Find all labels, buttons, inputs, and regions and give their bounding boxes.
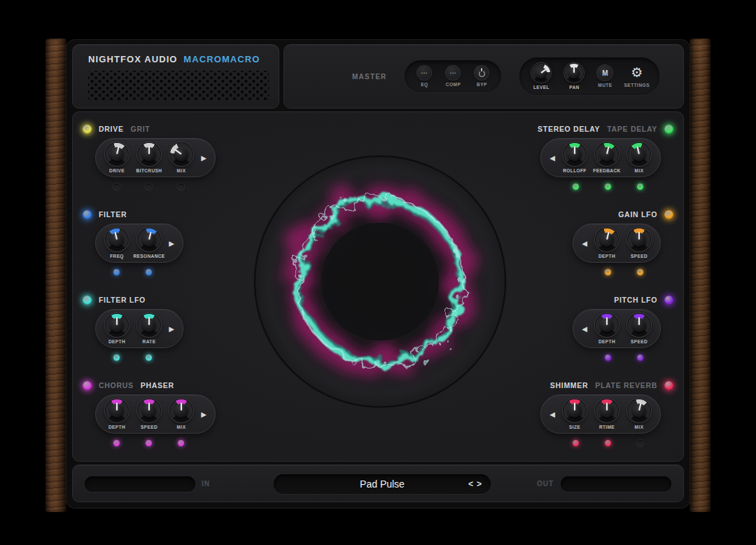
tab-filter-lfo[interactable]: FILTER LFO (99, 296, 146, 304)
mod-dot (637, 440, 643, 446)
bypass-button[interactable]: BYP (472, 66, 491, 87)
mod-dot (146, 440, 152, 446)
gain-lfo-depth-knob[interactable]: DEPTH (593, 228, 621, 258)
module-filter-lfo: FILTER LFO DEPTH RATE ▶ (81, 295, 183, 361)
power-icon (475, 66, 489, 80)
module-shimmer-reverb: SHIMMER PLATE REVERB ◀ SIZE RTIME (540, 380, 675, 446)
bitcrush-knob[interactable]: BITCRUSH (135, 142, 163, 173)
filter-power-led[interactable] (83, 210, 92, 219)
filter-knob-panel: FREQ RESONANCE ▶ (95, 223, 183, 263)
expand-left-icon[interactable]: ◀ (580, 240, 589, 247)
mod-dot (637, 354, 643, 361)
expand-right-icon[interactable]: ▶ (200, 411, 208, 418)
drive-mix-knob[interactable]: MIX (167, 142, 195, 173)
preset-next-button[interactable]: > (477, 480, 482, 488)
drive-mod-dots (95, 184, 202, 190)
tab-grit[interactable]: GRIT (131, 125, 150, 133)
filter-lfo-power-led[interactable] (83, 296, 92, 305)
orbit-visualizer[interactable] (246, 147, 514, 416)
gain-lfo-knob-panel: ◀ DEPTH SPEED (573, 223, 661, 263)
chorus-mod-dots (95, 440, 202, 446)
tab-gain-lfo[interactable]: GAIN LFO (618, 210, 657, 219)
delay-mix-knob[interactable]: MIX (625, 142, 653, 173)
preset-name: Pad Pulse (360, 478, 405, 490)
module-chorus-header: CHORUS PHASER (83, 380, 174, 390)
mod-dot (113, 354, 120, 361)
shimmer-power-led[interactable] (664, 381, 673, 390)
tab-drive[interactable]: DRIVE (99, 125, 124, 133)
filter-mod-dots (95, 269, 169, 275)
drive-power-led[interactable] (83, 125, 92, 134)
comp-button[interactable]: ••• COMP (443, 66, 463, 87)
gain-lfo-speed-knob[interactable]: SPEED (625, 228, 653, 258)
preset-prev-button[interactable]: < (468, 480, 473, 488)
master-knob-cluster: LEVEL PAN M MUTE ⚙ SETTINGS (519, 57, 659, 95)
mod-dot (605, 354, 611, 361)
settings-button[interactable]: ⚙ SETTINGS (624, 65, 650, 88)
chorus-speed-knob[interactable]: SPEED (135, 399, 163, 429)
rtime-knob[interactable]: RTIME (593, 399, 621, 429)
gain-lfo-mod-dots (587, 269, 661, 275)
expand-left-icon[interactable]: ◀ (548, 154, 556, 162)
tab-chorus[interactable]: CHORUS (99, 381, 134, 389)
tab-tape-delay[interactable]: TAPE DELAY (607, 125, 657, 133)
eq-button[interactable]: ••• EQ (414, 66, 434, 87)
pitch-lfo-depth-knob[interactable]: DEPTH (593, 313, 621, 344)
module-stereo-delay: STEREO DELAY TAPE DELAY ◀ ROLLOFF FEEDBA… (538, 124, 675, 190)
chorus-depth-knob[interactable]: DEPTH (103, 399, 131, 429)
product-name: MACROMACRO (183, 54, 260, 64)
delay-knob-panel: ◀ ROLLOFF FEEDBACK MIX (540, 138, 661, 177)
in-label: IN (202, 480, 210, 488)
shimmer-mix-knob[interactable]: MIX (625, 399, 653, 429)
mod-dot (146, 269, 152, 275)
preset-arrows: < > (468, 480, 482, 488)
expand-right-icon[interactable]: ▶ (167, 240, 176, 247)
filter-lfo-rate-knob[interactable]: RATE (135, 313, 163, 344)
master-label: MASTER (352, 73, 386, 81)
level-knob[interactable]: LEVEL (529, 63, 553, 90)
delay-power-led[interactable] (664, 125, 673, 134)
tab-phaser[interactable]: PHASER (141, 381, 174, 389)
expand-left-icon[interactable]: ◀ (548, 411, 556, 418)
mod-dot (637, 184, 643, 190)
size-knob[interactable]: SIZE (561, 399, 589, 429)
plugin-window: NIGHTFOX AUDIO MACROMACRO MASTER ••• EQ … (0, 0, 756, 545)
rolloff-knob[interactable]: ROLLOFF (561, 142, 589, 173)
expand-right-icon[interactable]: ▶ (200, 154, 208, 162)
module-pitch-lfo-header: PITCH LFO (614, 295, 673, 305)
module-area: DRIVE GRIT DRIVE BITCRUSH MIX (72, 111, 684, 462)
pitch-lfo-power-led[interactable] (664, 296, 673, 305)
io-bar: IN Pad Pulse < > OUT (72, 464, 684, 502)
mod-dot (605, 440, 611, 446)
filter-lfo-depth-knob[interactable]: DEPTH (103, 313, 131, 344)
freq-knob[interactable]: FREQ (103, 228, 131, 258)
mod-dot (637, 269, 643, 275)
mod-dot (178, 440, 184, 446)
module-filter-lfo-header: FILTER LFO (83, 295, 146, 305)
pan-knob[interactable]: PAN (562, 63, 586, 90)
pitch-lfo-mod-dots (587, 354, 661, 361)
preset-selector[interactable]: Pad Pulse < > (274, 474, 491, 494)
filter-lfo-mod-dots (95, 354, 169, 361)
speaker-grille (88, 71, 269, 100)
resonance-knob[interactable]: RESONANCE (135, 228, 163, 258)
pitch-lfo-speed-knob[interactable]: SPEED (625, 313, 653, 344)
feedback-knob[interactable]: FEEDBACK (593, 142, 621, 173)
tab-plate-reverb[interactable]: PLATE REVERB (595, 381, 657, 389)
mod-dot (178, 184, 184, 190)
master-switch-cluster: ••• EQ ••• COMP BYP (405, 60, 501, 92)
mute-button[interactable]: M MUTE (595, 65, 615, 88)
input-meter (85, 476, 195, 492)
gain-lfo-power-led[interactable] (664, 210, 673, 219)
tab-filter[interactable]: FILTER (99, 210, 127, 219)
tab-shimmer[interactable]: SHIMMER (550, 381, 588, 389)
expand-left-icon[interactable]: ◀ (580, 325, 589, 333)
chorus-knob-panel: DEPTH SPEED MIX ▶ (95, 394, 216, 434)
drive-knob[interactable]: DRIVE (103, 142, 131, 173)
module-filter: FILTER FREQ RESONANCE ▶ (81, 209, 183, 275)
tab-pitch-lfo[interactable]: PITCH LFO (614, 296, 657, 304)
tab-stereo-delay[interactable]: STEREO DELAY (538, 125, 600, 133)
chorus-mix-knob[interactable]: MIX (167, 399, 195, 429)
expand-right-icon[interactable]: ▶ (167, 325, 176, 333)
chorus-power-led[interactable] (83, 381, 92, 390)
